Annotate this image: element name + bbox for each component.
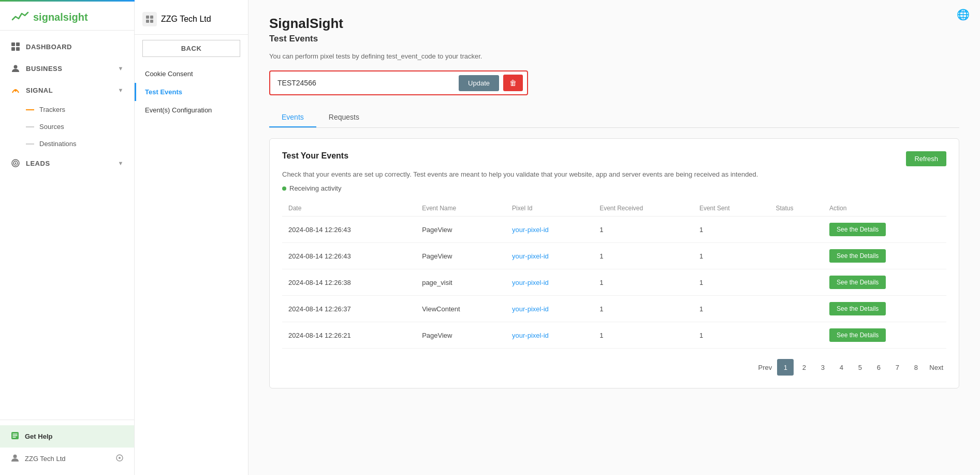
- table-row: 2024-08-14 12:26:43 PageView your-pixel-…: [282, 243, 946, 269]
- page-button-4[interactable]: 4: [833, 359, 850, 376]
- cell-event-sent: 1: [693, 269, 770, 296]
- test-code-input[interactable]: [274, 77, 455, 89]
- cell-pixel-id[interactable]: your-pixel-id: [506, 269, 593, 296]
- test-code-row: Update 🗑: [269, 70, 528, 95]
- cell-action[interactable]: See the Details: [823, 296, 946, 322]
- table-row: 2024-08-14 12:26:37 ViewContent your-pix…: [282, 296, 946, 322]
- person-icon: [10, 63, 21, 74]
- cell-event-received: 1: [593, 243, 693, 269]
- gray-dash-icon-destinations: [26, 143, 34, 145]
- cell-status: [769, 243, 823, 269]
- cell-status: [769, 296, 823, 322]
- sidebar-item-signal[interactable]: SIGNAL ▼: [0, 79, 134, 101]
- page-button-5[interactable]: 5: [852, 359, 868, 376]
- cell-pixel-id[interactable]: your-pixel-id: [506, 322, 593, 349]
- chevron-down-icon-leads: ▼: [118, 160, 124, 166]
- right-content: SignalSight Test Events You can perform …: [248, 0, 980, 475]
- sidebar-item-leads-label: LEADS: [26, 160, 50, 167]
- cell-event-name: page_visit: [416, 269, 506, 296]
- svg-point-10: [13, 455, 17, 458]
- chevron-down-icon-signal: ▼: [118, 87, 124, 93]
- svg-rect-3: [16, 47, 20, 51]
- receiving-activity: Receiving activity: [282, 184, 946, 192]
- settings-icon: [115, 454, 124, 464]
- tab-events[interactable]: Events: [269, 108, 316, 127]
- svg-rect-0: [11, 42, 15, 46]
- gray-dash-icon-sources: [26, 126, 34, 127]
- sub-nav-events-config[interactable]: Event(s) Configuration: [135, 101, 248, 119]
- table-row: 2024-08-14 12:26:21 PageView your-pixel-…: [282, 322, 946, 349]
- sidebar-item-sources[interactable]: Sources: [0, 118, 134, 135]
- next-label[interactable]: Next: [926, 364, 946, 371]
- back-button[interactable]: BACK: [142, 40, 240, 57]
- page-button-7[interactable]: 7: [889, 359, 905, 376]
- events-card-header: Test Your Events Refresh: [282, 151, 946, 166]
- pagination: Prev 1 2 3 4 5 6 7 8 Next: [282, 359, 946, 376]
- events-card: Test Your Events Refresh Check that your…: [269, 138, 959, 388]
- col-date: Date: [282, 200, 416, 217]
- refresh-button[interactable]: Refresh: [906, 151, 946, 166]
- user-name-label: ZZG Tech Ltd: [25, 455, 66, 463]
- page-button-3[interactable]: 3: [814, 359, 831, 376]
- sidebar-item-trackers-label: Trackers: [39, 106, 65, 113]
- table-header: Date Event Name Pixel Id Event Received …: [282, 200, 946, 217]
- cell-event-name: PageView: [416, 322, 506, 349]
- sub-nav-test-events[interactable]: Test Events: [135, 83, 248, 101]
- see-details-button[interactable]: See the Details: [829, 276, 886, 289]
- cell-event-sent: 1: [693, 296, 770, 322]
- orange-dash-icon: [26, 109, 34, 110]
- svg-rect-13: [146, 16, 149, 19]
- left-sub-panel: ZZG Tech Ltd BACK Cookie Consent Test Ev…: [135, 0, 248, 475]
- tab-requests[interactable]: Requests: [316, 108, 372, 127]
- prev-label: Prev: [755, 364, 776, 371]
- svg-rect-2: [11, 47, 15, 51]
- delete-button[interactable]: 🗑: [503, 75, 523, 91]
- page-button-2[interactable]: 2: [796, 359, 812, 376]
- cell-event-sent: 1: [693, 217, 770, 243]
- page-button-1[interactable]: 1: [777, 359, 794, 376]
- page-button-8[interactable]: 8: [908, 359, 924, 376]
- events-card-description: Check that your events are set up correc…: [282, 170, 946, 178]
- col-event-received: Event Received: [593, 200, 693, 217]
- get-help-item[interactable]: Get Help: [0, 425, 134, 448]
- update-button[interactable]: Update: [459, 75, 499, 91]
- book-icon: [10, 431, 20, 442]
- sidebar-item-leads[interactable]: LEADS ▼: [0, 152, 134, 174]
- page-button-6[interactable]: 6: [870, 359, 887, 376]
- page-subtitle: Test Events: [269, 34, 959, 44]
- content-area: ZZG Tech Ltd BACK Cookie Consent Test Ev…: [135, 0, 980, 475]
- logo-container: signalsight: [0, 0, 134, 31]
- cell-action[interactable]: See the Details: [823, 243, 946, 269]
- sidebar-item-dashboard[interactable]: DASHBOARD: [0, 36, 134, 57]
- events-card-title: Test Your Events: [282, 151, 348, 161]
- logo-text: signalsight: [33, 11, 88, 23]
- globe-icon[interactable]: 🌐: [957, 8, 970, 21]
- user-item[interactable]: ZZG Tech Ltd: [0, 448, 134, 470]
- col-event-sent: Event Sent: [693, 200, 770, 217]
- get-help-label: Get Help: [25, 433, 52, 440]
- sidebar-item-destinations-label: Destinations: [39, 140, 77, 148]
- sidebar-item-trackers[interactable]: Trackers: [0, 101, 134, 118]
- cell-action[interactable]: See the Details: [823, 322, 946, 349]
- sub-nav-cookie-consent[interactable]: Cookie Consent: [135, 65, 248, 83]
- see-details-button[interactable]: See the Details: [829, 302, 886, 315]
- col-event-name: Event Name: [416, 200, 506, 217]
- sidebar-item-destinations[interactable]: Destinations: [0, 135, 134, 152]
- cell-date: 2024-08-14 12:26:43: [282, 243, 416, 269]
- svg-point-4: [14, 65, 18, 69]
- cell-pixel-id[interactable]: your-pixel-id: [506, 217, 593, 243]
- see-details-button[interactable]: See the Details: [829, 223, 886, 236]
- signal-icon: [10, 85, 21, 95]
- col-pixel-id: Pixel Id: [506, 200, 593, 217]
- target-icon: [10, 158, 21, 168]
- cell-pixel-id[interactable]: your-pixel-id: [506, 296, 593, 322]
- cell-pixel-id[interactable]: your-pixel-id: [506, 243, 593, 269]
- sidebar-item-business[interactable]: BUSINESS ▼: [0, 57, 134, 79]
- cell-action[interactable]: See the Details: [823, 269, 946, 296]
- sidebar-item-sources-label: Sources: [39, 123, 64, 131]
- cell-date: 2024-08-14 12:26:21: [282, 322, 416, 349]
- col-status: Status: [769, 200, 823, 217]
- see-details-button[interactable]: See the Details: [829, 328, 886, 342]
- see-details-button[interactable]: See the Details: [829, 249, 886, 263]
- cell-action[interactable]: See the Details: [823, 217, 946, 243]
